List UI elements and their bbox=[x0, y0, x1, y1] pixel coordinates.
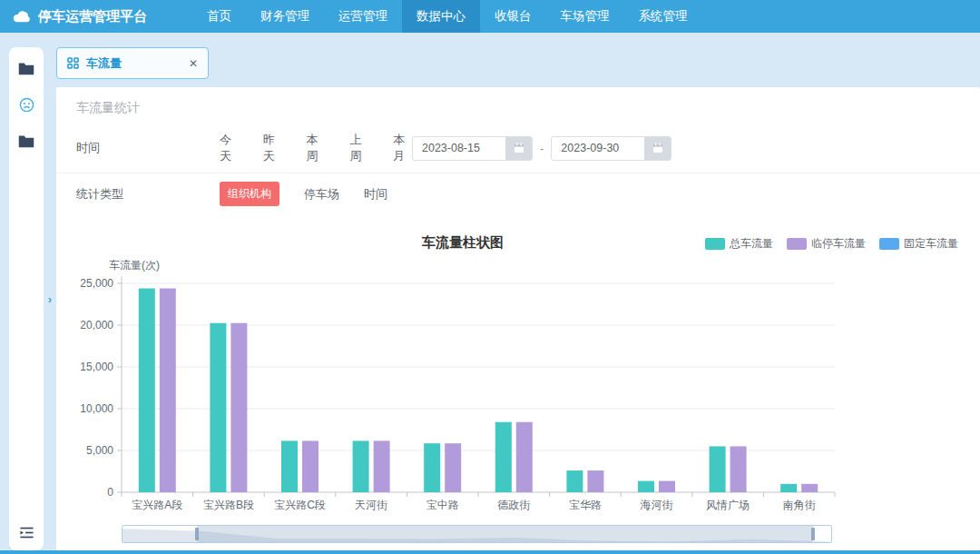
date-range-picker: - bbox=[412, 136, 671, 161]
datazoom-selection[interactable] bbox=[197, 526, 813, 542]
bar-临停车流量[interactable] bbox=[516, 422, 533, 492]
calendar-icon bbox=[514, 143, 524, 153]
bar-临停车流量[interactable] bbox=[230, 323, 247, 492]
bar-总车流量[interactable] bbox=[638, 481, 654, 492]
nav-item[interactable]: 车场管理 bbox=[546, 0, 624, 33]
bar-总车流量[interactable] bbox=[495, 422, 512, 492]
bar-总车流量[interactable] bbox=[353, 440, 369, 492]
grid-icon bbox=[67, 57, 79, 69]
bar-临停车流量[interactable] bbox=[302, 440, 318, 492]
legend-swatch bbox=[705, 238, 725, 250]
cloud-icon bbox=[13, 10, 31, 23]
quick-range-links: 今天昨天本周上周本月 bbox=[220, 132, 412, 164]
legend-item[interactable]: 固定车流量 bbox=[879, 236, 958, 252]
x-category-label: 德政街 bbox=[497, 499, 530, 511]
x-category-label: 宝华路 bbox=[569, 499, 602, 511]
stat-type-row: 统计类型 组织机构停车场时间 bbox=[56, 173, 980, 214]
stat-type-option[interactable]: 时间 bbox=[364, 186, 387, 203]
datazoom-handle-right[interactable] bbox=[811, 528, 815, 540]
start-date-input[interactable] bbox=[413, 137, 505, 160]
bar-临停车流量[interactable] bbox=[659, 481, 675, 492]
quick-range-link[interactable]: 本周 bbox=[307, 132, 326, 164]
panel-title: 车流量统计 bbox=[56, 87, 980, 124]
bar-临停车流量[interactable] bbox=[160, 289, 176, 492]
y-tick-label: 0 bbox=[107, 486, 113, 499]
close-icon[interactable]: ✕ bbox=[189, 57, 198, 70]
app-title: 停车运营管理平台 bbox=[38, 8, 147, 25]
x-category-label: 海河街 bbox=[641, 499, 673, 511]
face-icon[interactable] bbox=[19, 97, 34, 113]
nav-item[interactable]: 运营管理 bbox=[324, 0, 402, 33]
stat-type-option[interactable]: 停车场 bbox=[304, 186, 339, 203]
icon-sidebar bbox=[9, 47, 44, 550]
x-category-label: 宝兴路A段 bbox=[132, 499, 182, 511]
quick-range-link[interactable]: 本月 bbox=[393, 132, 412, 164]
bar-临停车流量[interactable] bbox=[587, 470, 603, 492]
bar-总车流量[interactable] bbox=[139, 289, 155, 492]
quick-range-link[interactable]: 今天 bbox=[220, 132, 239, 164]
content: 车流量 ✕ 车流量统计 时间 今天昨天本周上周本月 bbox=[56, 47, 980, 550]
x-category-label: 宝中路 bbox=[426, 499, 459, 511]
bar-总车流量[interactable] bbox=[710, 446, 726, 492]
calendar-button[interactable] bbox=[505, 137, 532, 160]
tab-bar: 车流量 ✕ bbox=[56, 47, 980, 80]
bar-临停车流量[interactable] bbox=[374, 440, 390, 492]
legend-item[interactable]: 总车流量 bbox=[705, 236, 773, 252]
bar-总车流量[interactable] bbox=[281, 440, 298, 492]
nav-item[interactable]: 首页 bbox=[192, 0, 246, 33]
nav-item[interactable]: 数据中心 bbox=[402, 0, 480, 33]
bar-总车流量[interactable] bbox=[210, 323, 226, 492]
x-category-label: 风情广场 bbox=[706, 499, 750, 511]
time-label: 时间 bbox=[76, 140, 220, 156]
datazoom-handle-left[interactable] bbox=[195, 528, 199, 540]
nav-item[interactable]: 收银台 bbox=[480, 0, 546, 33]
calendar-button[interactable] bbox=[644, 137, 671, 160]
x-category-label: 南角街 bbox=[783, 499, 816, 511]
main-nav: 首页财务管理运营管理数据中心收银台车场管理系统管理 bbox=[192, 0, 702, 33]
legend-label: 总车流量 bbox=[730, 236, 773, 252]
legend-item[interactable]: 临停车流量 bbox=[787, 236, 866, 252]
bottom-strip bbox=[0, 550, 980, 554]
legend-label: 临停车流量 bbox=[811, 236, 866, 252]
calendar-icon bbox=[652, 143, 663, 153]
tab-traffic-flow[interactable]: 车流量 ✕ bbox=[56, 47, 209, 79]
nav-item[interactable]: 财务管理 bbox=[246, 0, 324, 33]
end-date-field bbox=[551, 136, 671, 161]
bar-临停车流量[interactable] bbox=[730, 446, 747, 492]
top-navbar: 停车运营管理平台 首页财务管理运营管理数据中心收银台车场管理系统管理 bbox=[0, 0, 980, 33]
folder-icon[interactable] bbox=[18, 134, 34, 148]
legend-swatch bbox=[879, 238, 899, 250]
bar-总车流量[interactable] bbox=[566, 470, 583, 492]
chart-title: 车流量柱状图 bbox=[422, 234, 504, 252]
chevron-right-icon: › bbox=[48, 292, 52, 306]
stat-type-option[interactable]: 组织机构 bbox=[220, 182, 279, 206]
bar-chart-svg: 05,00010,00015,00020,00025,000车流量(次)宝兴路A… bbox=[65, 258, 882, 518]
main-area: › 车流量 ✕ 车流量统计 时间 今天昨天本周上周本月 bbox=[0, 33, 980, 550]
bar-临停车流量[interactable] bbox=[801, 484, 818, 492]
start-date-field bbox=[412, 136, 533, 161]
end-date-input[interactable] bbox=[552, 137, 644, 160]
stat-type-options: 组织机构停车场时间 bbox=[220, 182, 387, 206]
legend-swatch bbox=[787, 238, 807, 250]
x-category-label: 天河街 bbox=[355, 499, 387, 511]
quick-range-link[interactable]: 上周 bbox=[349, 132, 368, 164]
menu-collapse-icon[interactable] bbox=[19, 526, 34, 539]
bar-总车流量[interactable] bbox=[780, 484, 797, 492]
x-category-label: 宝兴路B段 bbox=[203, 499, 254, 511]
app-logo: 停车运营管理平台 bbox=[0, 0, 181, 33]
y-axis-name: 车流量(次) bbox=[109, 259, 160, 272]
sidebar-expand-handle[interactable]: › bbox=[44, 47, 56, 550]
y-tick-label: 25,000 bbox=[80, 277, 113, 290]
y-tick-label: 15,000 bbox=[80, 361, 113, 373]
folder-icon[interactable] bbox=[18, 62, 34, 75]
bar-临停车流量[interactable] bbox=[445, 443, 461, 492]
traffic-stats-panel: 车流量统计 时间 今天昨天本周上周本月 bbox=[56, 87, 980, 550]
nav-item[interactable]: 系统管理 bbox=[624, 0, 702, 33]
quick-range-link[interactable]: 昨天 bbox=[263, 132, 282, 164]
chart-legend: 总车流量临停车流量固定车流量 bbox=[705, 236, 958, 252]
time-filter-row: 时间 今天昨天本周上周本月 bbox=[56, 124, 980, 173]
x-category-label: 宝兴路C段 bbox=[274, 499, 326, 511]
y-tick-label: 5,000 bbox=[86, 444, 113, 457]
datazoom-track[interactable] bbox=[122, 525, 832, 543]
bar-总车流量[interactable] bbox=[424, 443, 440, 492]
